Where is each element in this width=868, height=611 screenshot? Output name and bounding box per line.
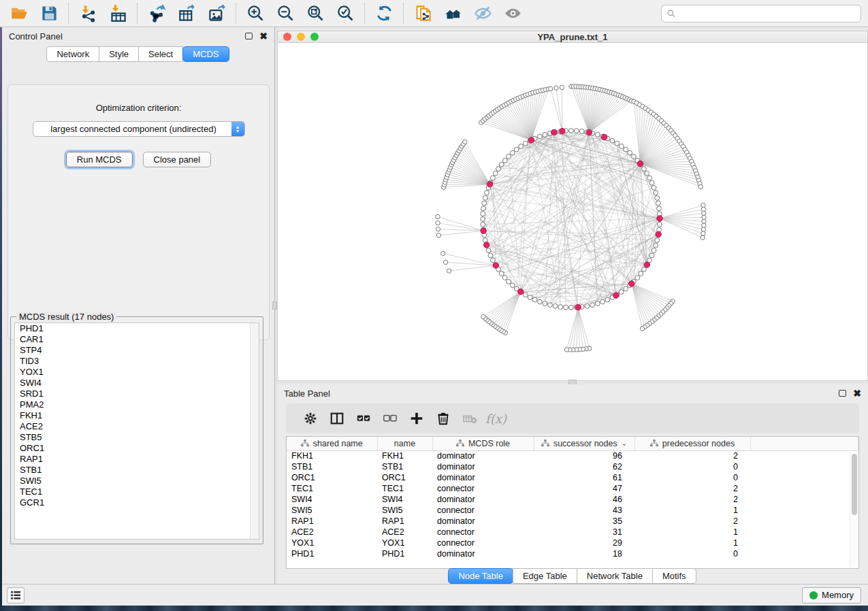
graph-node[interactable]	[502, 276, 507, 280]
graph-node[interactable]	[605, 297, 610, 302]
tab-style[interactable]: Style	[99, 46, 139, 62]
export-table-icon[interactable]	[172, 2, 202, 25]
sort-chevron-icon[interactable]: ⌄	[622, 440, 627, 447]
graph-node[interactable]	[436, 233, 440, 237]
graph-node[interactable]	[558, 305, 563, 310]
table-cell[interactable]: ACE2	[287, 527, 377, 538]
mcds-result-item[interactable]: CAR1	[15, 334, 259, 345]
node-table[interactable]: shared namenameMCDS rolesuccessor nodes⌄…	[286, 436, 859, 569]
table-cell[interactable]: 1	[634, 527, 750, 538]
graph-node[interactable]	[481, 206, 486, 211]
add-column-icon[interactable]	[403, 407, 430, 430]
close-panel-icon[interactable]: ✖	[853, 390, 861, 397]
mcds-result-item[interactable]: STP4	[15, 345, 259, 356]
graph-node-selected[interactable]	[487, 182, 492, 187]
table-scrollbar[interactable]	[850, 452, 858, 567]
table-row[interactable]: PHD1PHD1dominator180	[287, 548, 858, 559]
run-mcds-button[interactable]: Run MCDS	[66, 152, 133, 167]
table-cell[interactable]: SWI4	[287, 494, 377, 505]
table-cell[interactable]: SWI5	[377, 505, 432, 516]
column-header-shared-name[interactable]: shared name	[287, 437, 377, 450]
table-cell[interactable]: 62	[534, 461, 634, 472]
table-cell[interactable]: connector	[432, 538, 534, 548]
graph-node[interactable]	[649, 180, 654, 185]
graph-node[interactable]	[463, 139, 467, 144]
graph-node[interactable]	[702, 215, 706, 219]
table-row[interactable]: SWI5SWI5connector431	[287, 505, 858, 516]
graph-node[interactable]	[645, 171, 649, 176]
graph-node[interactable]	[543, 301, 547, 306]
zoom-selected-icon[interactable]	[330, 2, 360, 25]
graph-node[interactable]	[595, 132, 600, 137]
table-cell[interactable]: 2	[634, 516, 750, 527]
table-cell[interactable]: connector	[432, 527, 534, 538]
graph-node[interactable]	[640, 327, 644, 331]
graph-node[interactable]	[656, 201, 660, 205]
tab-node-table[interactable]: Node Table	[448, 568, 513, 584]
graph-node[interactable]	[564, 348, 568, 352]
graph-node[interactable]	[585, 303, 590, 308]
table-row[interactable]: TEC1TEC1connector472	[287, 483, 858, 494]
table-row[interactable]: RAP1RAP1dominator352	[287, 516, 858, 527]
graph-node[interactable]	[510, 283, 515, 288]
save-session-icon[interactable]	[34, 2, 64, 25]
table-cell[interactable]: TEC1	[287, 483, 377, 494]
table-cell[interactable]: dominator	[432, 461, 534, 472]
graph-node[interactable]	[499, 271, 504, 276]
column-header-successor-nodes[interactable]: successor nodes⌄	[534, 437, 634, 450]
table-cell[interactable]: dominator	[432, 494, 534, 505]
graph-node[interactable]	[436, 221, 440, 225]
graph-node[interactable]	[496, 167, 501, 171]
scrollbar-thumb[interactable]	[852, 454, 857, 515]
graph-node[interactable]	[547, 303, 552, 308]
graph-node-selected[interactable]	[575, 304, 581, 310]
graph-node[interactable]	[510, 150, 515, 155]
table-cell[interactable]: dominator	[432, 516, 534, 527]
export-network-icon[interactable]	[142, 2, 172, 25]
zoom-fit-icon[interactable]	[300, 2, 330, 25]
graph-node[interactable]	[481, 314, 485, 318]
table-cell[interactable]: 2	[634, 483, 750, 494]
graph-node[interactable]	[569, 306, 574, 310]
table-cell[interactable]: STB1	[287, 461, 377, 472]
close-panel-button[interactable]: Close panel	[143, 152, 212, 167]
graph-node[interactable]	[702, 219, 706, 223]
graph-node[interactable]	[628, 150, 632, 155]
graph-node[interactable]	[490, 176, 495, 180]
tab-select[interactable]: Select	[138, 46, 183, 62]
mcds-result-item[interactable]: STB5	[15, 432, 259, 443]
graph-node[interactable]	[564, 305, 568, 310]
graph-node[interactable]	[639, 271, 643, 276]
mcds-result-item[interactable]: YOX1	[15, 367, 259, 378]
table-row[interactable]: STB1STB1dominator620	[287, 461, 858, 472]
graph-node[interactable]	[701, 203, 705, 207]
graph-node[interactable]	[519, 144, 524, 149]
table-cell[interactable]: FKH1	[287, 450, 377, 461]
graph-node[interactable]	[538, 134, 543, 139]
graph-node-selected[interactable]	[483, 242, 489, 248]
table-cell[interactable]: YOX1	[377, 538, 432, 548]
graph-node[interactable]	[649, 253, 654, 258]
table-cell[interactable]: 47	[534, 483, 634, 494]
graph-node[interactable]	[482, 201, 487, 205]
graph-node[interactable]	[574, 129, 579, 133]
graph-node[interactable]	[532, 297, 537, 302]
show-all-icon[interactable]	[498, 2, 528, 25]
zoom-out-icon[interactable]	[270, 2, 300, 25]
graph-node-selected[interactable]	[528, 137, 534, 143]
graph-node[interactable]	[632, 154, 637, 159]
graph-node[interactable]	[493, 171, 498, 176]
table-cell[interactable]: RAP1	[377, 516, 432, 527]
mcds-result-item[interactable]: FKH1	[15, 410, 259, 421]
mcds-result-item[interactable]: TEC1	[15, 486, 259, 497]
table-row[interactable]: ACE2ACE2connector311	[287, 527, 858, 538]
graph-node[interactable]	[657, 222, 662, 227]
graph-node[interactable]	[543, 132, 547, 137]
graph-node[interactable]	[624, 286, 628, 291]
graph-node[interactable]	[483, 195, 487, 200]
graph-node[interactable]	[514, 147, 519, 152]
graph-node[interactable]	[553, 303, 558, 308]
graph-node[interactable]	[554, 86, 558, 90]
graph-node[interactable]	[523, 141, 528, 146]
mcds-result-item[interactable]: ORC1	[15, 443, 259, 454]
